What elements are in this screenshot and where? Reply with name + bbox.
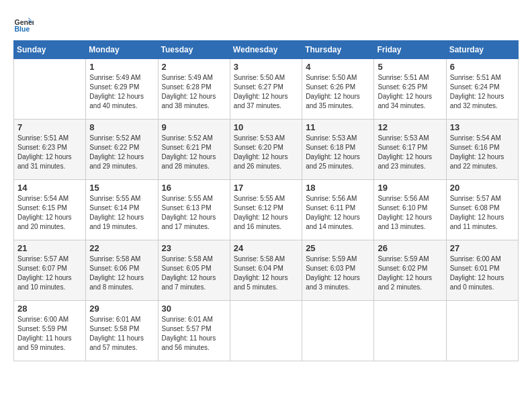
day-info: Sunrise: 5:55 AMSunset: 6:14 PMDaylight:… [89, 194, 154, 232]
day-cell: 10Sunrise: 5:53 AMSunset: 6:20 PMDayligh… [230, 120, 302, 180]
day-number: 24 [234, 243, 298, 253]
week-row-1: 1Sunrise: 5:49 AMSunset: 6:29 PMDaylight… [14, 59, 519, 120]
day-info: Sunrise: 5:58 AMSunset: 6:06 PMDaylight:… [89, 255, 154, 292]
day-number: 8 [89, 122, 154, 132]
day-number: 1 [89, 62, 154, 72]
day-number: 28 [17, 304, 82, 314]
day-number: 18 [306, 183, 370, 193]
day-number: 19 [378, 183, 442, 193]
logo: General Blue [13, 13, 36, 34]
day-number: 16 [162, 183, 226, 193]
calendar-table: SundayMondayTuesdayWednesdayThursdayFrid… [13, 40, 519, 361]
col-header-sunday: Sunday [14, 41, 86, 59]
col-header-tuesday: Tuesday [158, 41, 230, 59]
day-cell: 8Sunrise: 5:52 AMSunset: 6:22 PMDaylight… [86, 120, 158, 180]
day-info: Sunrise: 5:51 AMSunset: 6:24 PMDaylight:… [450, 73, 515, 111]
day-cell: 16Sunrise: 5:55 AMSunset: 6:13 PMDayligh… [158, 180, 230, 240]
day-info: Sunrise: 6:00 AMSunset: 6:01 PMDaylight:… [450, 255, 515, 292]
week-row-5: 28Sunrise: 6:00 AMSunset: 5:59 PMDayligh… [14, 301, 519, 361]
day-cell: 5Sunrise: 5:51 AMSunset: 6:25 PMDaylight… [374, 59, 446, 120]
day-cell: 15Sunrise: 5:55 AMSunset: 6:14 PMDayligh… [86, 180, 158, 240]
day-info: Sunrise: 5:57 AMSunset: 6:08 PMDaylight:… [450, 194, 515, 232]
day-cell: 21Sunrise: 5:57 AMSunset: 6:07 PMDayligh… [14, 240, 86, 301]
day-cell: 9Sunrise: 5:52 AMSunset: 6:21 PMDaylight… [158, 120, 230, 180]
day-number: 14 [17, 183, 82, 193]
day-number: 22 [89, 243, 154, 253]
day-cell: 19Sunrise: 5:56 AMSunset: 6:10 PMDayligh… [374, 180, 446, 240]
day-cell: 7Sunrise: 5:51 AMSunset: 6:23 PMDaylight… [14, 120, 86, 180]
day-cell [302, 301, 374, 361]
day-cell: 29Sunrise: 6:01 AMSunset: 5:58 PMDayligh… [86, 301, 158, 361]
day-number: 17 [234, 183, 298, 193]
day-cell: 12Sunrise: 5:53 AMSunset: 6:17 PMDayligh… [374, 120, 446, 180]
day-cell: 30Sunrise: 6:01 AMSunset: 5:57 PMDayligh… [158, 301, 230, 361]
day-cell [446, 301, 518, 361]
day-cell: 6Sunrise: 5:51 AMSunset: 6:24 PMDaylight… [446, 59, 518, 120]
day-cell [14, 59, 86, 120]
day-info: Sunrise: 5:56 AMSunset: 6:11 PMDaylight:… [306, 194, 370, 232]
day-number: 20 [450, 183, 515, 193]
day-cell: 2Sunrise: 5:49 AMSunset: 6:28 PMDaylight… [158, 59, 230, 120]
day-number: 15 [89, 183, 154, 193]
day-number: 30 [162, 304, 226, 314]
day-info: Sunrise: 5:51 AMSunset: 6:23 PMDaylight:… [17, 134, 82, 171]
day-number: 5 [378, 62, 442, 72]
day-info: Sunrise: 5:51 AMSunset: 6:25 PMDaylight:… [378, 73, 442, 111]
day-cell: 11Sunrise: 5:53 AMSunset: 6:18 PMDayligh… [302, 120, 374, 180]
day-info: Sunrise: 5:50 AMSunset: 6:27 PMDaylight:… [234, 73, 298, 111]
day-number: 10 [234, 122, 298, 132]
day-info: Sunrise: 5:53 AMSunset: 6:17 PMDaylight:… [378, 134, 442, 171]
day-info: Sunrise: 5:56 AMSunset: 6:10 PMDaylight:… [378, 194, 442, 232]
day-number: 9 [162, 122, 226, 132]
day-info: Sunrise: 5:53 AMSunset: 6:18 PMDaylight:… [306, 134, 370, 171]
day-info: Sunrise: 5:57 AMSunset: 6:07 PMDaylight:… [17, 255, 82, 292]
day-cell: 20Sunrise: 5:57 AMSunset: 6:08 PMDayligh… [446, 180, 518, 240]
col-header-saturday: Saturday [446, 41, 518, 59]
col-header-monday: Monday [86, 41, 158, 59]
day-number: 27 [450, 243, 515, 253]
day-number: 12 [378, 122, 442, 132]
day-info: Sunrise: 5:49 AMSunset: 6:28 PMDaylight:… [162, 73, 226, 111]
day-info: Sunrise: 5:54 AMSunset: 6:15 PMDaylight:… [17, 194, 82, 232]
day-cell: 3Sunrise: 5:50 AMSunset: 6:27 PMDaylight… [230, 59, 302, 120]
day-info: Sunrise: 5:53 AMSunset: 6:20 PMDaylight:… [234, 134, 298, 171]
day-cell: 17Sunrise: 5:55 AMSunset: 6:12 PMDayligh… [230, 180, 302, 240]
page-header: General Blue [13, 13, 519, 34]
day-number: 4 [306, 62, 370, 72]
day-info: Sunrise: 5:52 AMSunset: 6:22 PMDaylight:… [89, 134, 154, 171]
day-cell: 27Sunrise: 6:00 AMSunset: 6:01 PMDayligh… [446, 240, 518, 301]
header-row: SundayMondayTuesdayWednesdayThursdayFrid… [14, 41, 519, 59]
day-cell [374, 301, 446, 361]
day-cell: 23Sunrise: 5:58 AMSunset: 6:05 PMDayligh… [158, 240, 230, 301]
day-cell: 28Sunrise: 6:00 AMSunset: 5:59 PMDayligh… [14, 301, 86, 361]
day-number: 11 [306, 122, 370, 132]
week-row-2: 7Sunrise: 5:51 AMSunset: 6:23 PMDaylight… [14, 120, 519, 180]
col-header-wednesday: Wednesday [230, 41, 302, 59]
day-cell: 18Sunrise: 5:56 AMSunset: 6:11 PMDayligh… [302, 180, 374, 240]
week-row-4: 21Sunrise: 5:57 AMSunset: 6:07 PMDayligh… [14, 240, 519, 301]
day-info: Sunrise: 5:49 AMSunset: 6:29 PMDaylight:… [89, 73, 154, 111]
day-info: Sunrise: 5:58 AMSunset: 6:05 PMDaylight:… [162, 255, 226, 292]
day-number: 13 [450, 122, 515, 132]
day-info: Sunrise: 5:50 AMSunset: 6:26 PMDaylight:… [306, 73, 370, 111]
day-info: Sunrise: 6:00 AMSunset: 5:59 PMDaylight:… [17, 315, 82, 353]
day-number: 21 [17, 243, 82, 253]
day-cell: 13Sunrise: 5:54 AMSunset: 6:16 PMDayligh… [446, 120, 518, 180]
day-info: Sunrise: 5:58 AMSunset: 6:04 PMDaylight:… [234, 255, 298, 292]
day-number: 25 [306, 243, 370, 253]
col-header-friday: Friday [374, 41, 446, 59]
day-cell: 4Sunrise: 5:50 AMSunset: 6:26 PMDaylight… [302, 59, 374, 120]
day-number: 23 [162, 243, 226, 253]
day-cell: 24Sunrise: 5:58 AMSunset: 6:04 PMDayligh… [230, 240, 302, 301]
day-number: 2 [162, 62, 226, 72]
day-info: Sunrise: 5:55 AMSunset: 6:12 PMDaylight:… [234, 194, 298, 232]
day-number: 7 [17, 122, 82, 132]
day-cell: 26Sunrise: 5:59 AMSunset: 6:02 PMDayligh… [374, 240, 446, 301]
day-number: 29 [89, 304, 154, 314]
day-cell: 22Sunrise: 5:58 AMSunset: 6:06 PMDayligh… [86, 240, 158, 301]
day-info: Sunrise: 5:59 AMSunset: 6:02 PMDaylight:… [378, 255, 442, 292]
day-number: 26 [378, 243, 442, 253]
day-info: Sunrise: 5:54 AMSunset: 6:16 PMDaylight:… [450, 134, 515, 171]
day-cell [230, 301, 302, 361]
week-row-3: 14Sunrise: 5:54 AMSunset: 6:15 PMDayligh… [14, 180, 519, 240]
